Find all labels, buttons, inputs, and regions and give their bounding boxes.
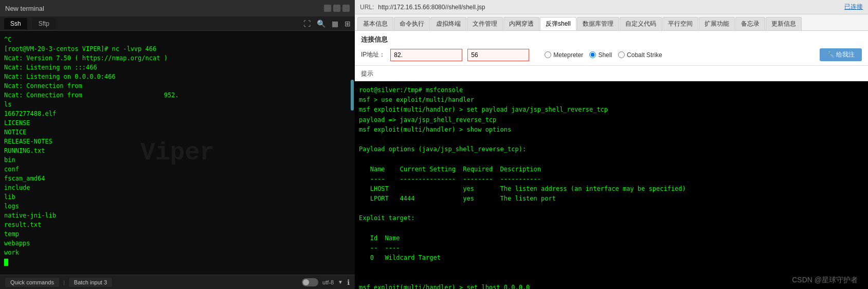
terminal-statusbar: Quick commands | Batch input 3 utf-8 ▼ ℹ [0,275,355,289]
terminal-titlebar: New terminal [0,0,355,16]
shell-label: Shell [598,51,612,59]
terminal-toolbar: Ssh Sftp ⛶ 🔍 ▦ ⊞ [0,16,355,31]
batch-input-button[interactable]: Batch input 3 [69,278,112,287]
encoding-dropdown-icon[interactable]: ▼ [338,279,343,285]
encoding-label: utf-8 [322,279,334,285]
tab-sftp[interactable]: Sftp [32,18,56,29]
tab-update-info[interactable]: 更新信息 [766,17,802,30]
cursor [4,259,8,266]
ip-label: IP地址： [361,50,385,59]
ip-input[interactable] [390,49,462,61]
connection-form: IP地址： Metepreter Shell Cobalt Strike 🔧 给… [361,48,862,61]
tab-intranet-tunnel[interactable]: 内网穿透 [503,17,539,30]
tab-reverse-shell[interactable]: 反弹shell [540,17,576,30]
status-separator: | [59,279,69,285]
tab-basic-info[interactable]: 基本信息 [357,17,393,30]
connection-status-link[interactable]: 已连接 [844,3,863,11]
section-title: 连接信息 [361,35,862,44]
search-icon[interactable]: 🔍 [317,20,326,28]
tab-extend-func[interactable]: 扩展功能 [699,17,735,30]
tab-virtual-terminal[interactable]: 虚拟终端 [430,17,466,30]
terminal-text: ^C [root@VM-20-3-centos VIPER]# nc -lvvp… [4,35,351,266]
left-panel: New terminal Ssh Sftp ⛶ 🔍 ▦ ⊞ Viper ^C [… [0,0,355,289]
layout-icon[interactable]: ⊞ [345,20,351,28]
url-bar: URL: http://172.16.15.66:8080//shell/she… [355,0,868,14]
tab-file-manager[interactable]: 文件管理 [467,17,503,30]
terminal-title: New terminal [5,5,44,12]
port-input[interactable] [467,49,529,61]
shell-type-radio-group: Metepreter Shell Cobalt Strike [545,51,662,59]
tab-command-exec[interactable]: 命令执行 [394,17,430,30]
radio-metepreter[interactable]: Metepreter [545,51,583,59]
url-label: URL: [360,4,374,11]
info-icon[interactable]: ℹ [347,278,350,286]
terminal-content[interactable]: Viper ^C [root@VM-20-3-centos VIPER]# nc… [0,31,355,275]
tab-ssh[interactable]: Ssh [4,18,27,29]
nav-tabs: 基本信息 命令执行 虚拟终端 文件管理 内网穿透 反弹shell 数据库管理 自… [355,14,868,31]
tab-memo[interactable]: 备忘录 [735,17,765,30]
right-panel: URL: http://172.16.15.66:8080//shell/she… [355,0,868,289]
shell-output-text: root@silver:/tmp# msfconsole msf > use e… [359,85,864,289]
tab-custom-code[interactable]: 自定义代码 [620,17,662,30]
hint-section: 提示 [355,66,868,81]
window-control[interactable] [324,5,331,12]
status-encoding: utf-8 ▼ ℹ [302,278,350,286]
grid-icon[interactable]: ▦ [332,20,338,28]
tab-parallel-space[interactable]: 平行空间 [662,17,698,30]
csdn-watermark: CSDN @星球守护者 [792,276,858,285]
tab-database-mgmt[interactable]: 数据库管理 [577,17,619,30]
window-control[interactable] [333,5,340,12]
url-value: http://172.16.15.66:8080//shell/shell.js… [378,4,485,11]
connection-section: 连接信息 IP地址： Metepreter Shell Cobalt Strik… [355,31,868,66]
hint-label: 提示 [361,70,373,77]
inject-button[interactable]: 🔧 给我注 [820,48,862,61]
window-control[interactable] [342,5,350,12]
radio-shell[interactable]: Shell [589,51,612,59]
scrollbar-thumb[interactable] [351,80,354,111]
expand-icon[interactable]: ⛶ [303,20,311,28]
quick-commands-button[interactable]: Quick commands [5,278,59,287]
toggle-switch[interactable] [302,278,318,286]
shell-terminal-output[interactable]: root@silver:/tmp# msfconsole msf > use e… [355,81,868,289]
radio-cobalt-strike[interactable]: Cobalt Strike [618,51,662,59]
